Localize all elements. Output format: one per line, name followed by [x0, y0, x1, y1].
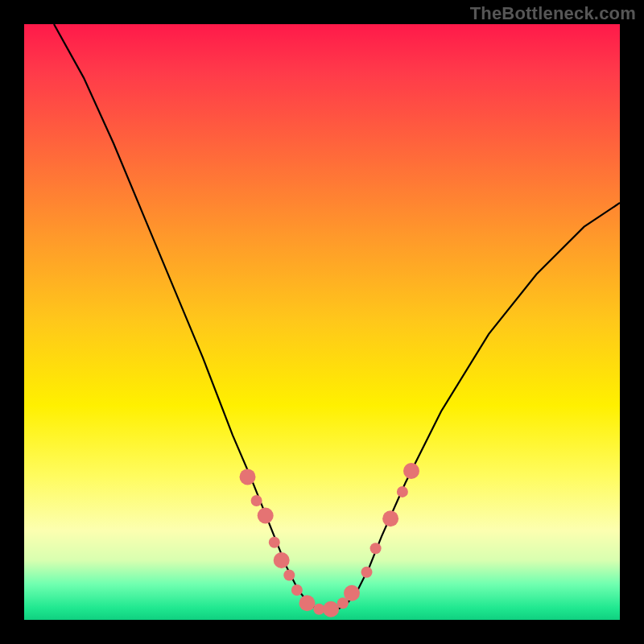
curve-marker	[299, 595, 316, 611]
curve-marker	[240, 469, 256, 485]
curve-marker	[283, 570, 295, 581]
chart-plot-area	[24, 24, 620, 620]
curve-markers	[240, 463, 420, 617]
curve-marker	[344, 585, 360, 601]
curve-marker	[397, 486, 408, 497]
curve-marker	[382, 510, 398, 526]
curve-marker	[323, 601, 339, 617]
curve-marker	[274, 552, 290, 568]
curve-marker	[361, 567, 373, 578]
chart-svg	[24, 24, 620, 620]
curve-marker	[269, 537, 280, 548]
watermark-text: TheBottleneck.com	[470, 3, 636, 24]
bottleneck-curve	[54, 24, 620, 611]
curve-marker	[370, 543, 382, 554]
curve-marker	[291, 584, 303, 596]
curve-marker	[403, 463, 419, 479]
curve-marker	[258, 508, 274, 524]
curve-marker	[251, 495, 262, 506]
